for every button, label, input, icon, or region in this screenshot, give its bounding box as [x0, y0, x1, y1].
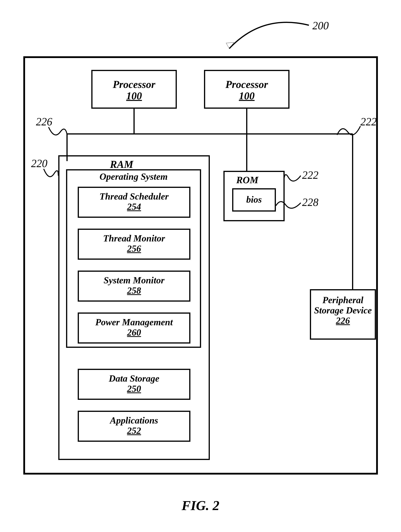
callout-228-squiggle: [0, 0, 401, 532]
peripheral-label-1: Peripheral: [311, 295, 375, 305]
peripheral-ref: 226: [311, 316, 375, 326]
peripheral-label-2: Storage Device: [311, 305, 375, 316]
peripheral-storage-box: Peripheral Storage Device 226: [310, 289, 376, 340]
figure-caption: FIG. 2: [0, 498, 401, 513]
figure-page: 200 Processor 100 Processor 100 226: [0, 0, 401, 532]
